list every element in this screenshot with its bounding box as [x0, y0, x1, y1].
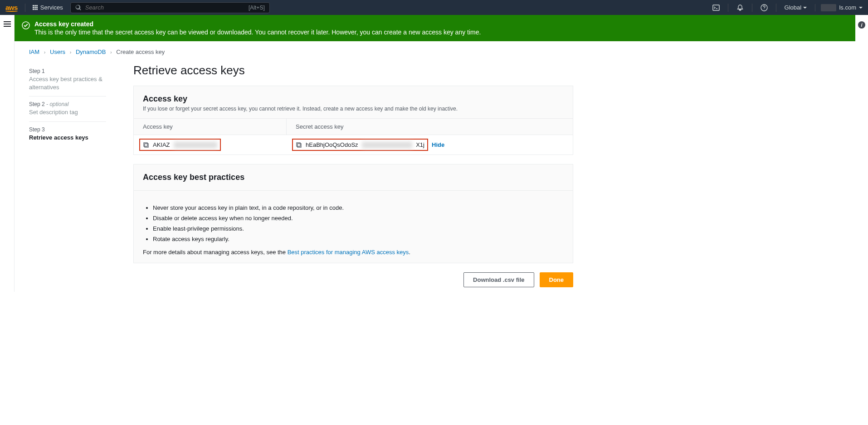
access-key-panel-title: Access key — [143, 94, 564, 104]
grid-icon — [33, 5, 38, 10]
access-key-panel-desc: If you lose or forget your secret access… — [143, 106, 564, 112]
left-rail — [0, 15, 15, 292]
svg-rect-3 — [145, 144, 148, 147]
bell-icon[interactable] — [736, 4, 744, 11]
success-alert: Access key created This is the only time… — [15, 15, 855, 41]
access-key-panel: Access key If you lose or forget your se… — [133, 86, 573, 155]
caret-down-icon — [859, 6, 863, 10]
breadcrumb: IAM › Users › DynamoDB › Create access k… — [15, 41, 855, 59]
search-shortcut: [Alt+S] — [249, 5, 265, 11]
region-selector[interactable]: Global — [785, 4, 807, 11]
best-practices-title: Access key best practices — [143, 173, 564, 182]
secret-key-value: hEaBhjOoQsOdoSzX1j — [292, 139, 428, 151]
done-button[interactable]: Done — [540, 272, 574, 287]
copy-icon[interactable] — [296, 142, 302, 148]
svg-rect-5 — [297, 144, 301, 147]
step-2[interactable]: Step 2 - optional Set description tag — [29, 97, 106, 121]
page-title: Retrieve access keys — [133, 63, 573, 77]
cloudshell-icon[interactable] — [712, 4, 720, 11]
help-icon[interactable] — [761, 4, 768, 11]
breadcrumb-iam[interactable]: IAM — [29, 48, 39, 55]
caret-down-icon — [803, 6, 807, 10]
top-nav: aws Services [Alt+S] Global ls.com — [0, 0, 868, 15]
check-circle-icon — [22, 21, 30, 29]
list-item: Disable or delete access key when no lon… — [153, 215, 564, 222]
best-practices-link[interactable]: Best practices for managing AWS access k… — [288, 249, 409, 256]
breadcrumb-dynamodb[interactable]: DynamoDB — [76, 48, 106, 55]
alert-title: Access key created — [34, 20, 481, 28]
hide-link[interactable]: Hide — [432, 141, 444, 148]
download-csv-button[interactable]: Download .csv file — [463, 272, 534, 287]
search-input[interactable] — [85, 4, 249, 11]
list-item: Rotate access keys regularly. — [153, 236, 564, 242]
services-menu[interactable]: Services — [33, 4, 63, 11]
list-item: Enable least-privilege permissions. — [153, 225, 564, 232]
best-practices-list: Never store your access key in plain tex… — [153, 204, 564, 242]
col-secret-key: Secret access key — [287, 119, 573, 135]
aws-logo[interactable]: aws — [5, 4, 18, 12]
hamburger-icon[interactable] — [4, 21, 11, 28]
steps-sidebar: Step 1 Access key best practices & alter… — [29, 63, 106, 287]
step-3[interactable]: Step 3 Retrieve access keys — [29, 122, 106, 146]
alert-message: This is the only time that the secret ac… — [34, 29, 481, 36]
account-selector[interactable]: ls.com — [815, 4, 863, 11]
search-input-wrap[interactable]: [Alt+S] — [70, 2, 270, 13]
breadcrumb-users[interactable]: Users — [50, 48, 65, 55]
right-rail: i — [855, 15, 868, 292]
more-details-text: For more details about managing access k… — [143, 249, 564, 256]
access-key-value: AKIAZ — [139, 139, 221, 151]
info-icon[interactable]: i — [858, 21, 865, 29]
svg-rect-0 — [713, 5, 719, 10]
breadcrumb-current: Create access key — [116, 48, 165, 55]
list-item: Never store your access key in plain tex… — [153, 204, 564, 211]
svg-rect-6 — [297, 143, 300, 146]
step-1[interactable]: Step 1 Access key best practices & alter… — [29, 63, 106, 97]
copy-icon[interactable] — [143, 142, 149, 148]
svg-rect-4 — [144, 143, 147, 146]
best-practices-panel: Access key best practices Never store yo… — [133, 164, 573, 263]
col-access-key: Access key — [134, 119, 287, 135]
search-icon — [75, 5, 82, 11]
